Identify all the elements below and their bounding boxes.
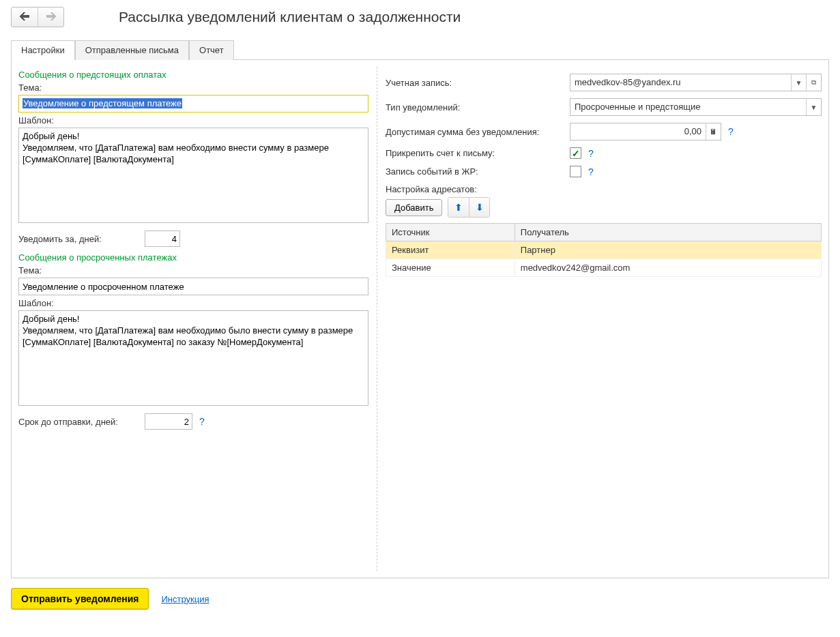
log-label: Запись событий в ЖР: <box>386 166 570 177</box>
attach-label: Прикрепить счет к письму: <box>386 148 570 158</box>
account-value: medvedkov-85@yandex.ru <box>570 74 791 91</box>
upcoming-template-textarea[interactable] <box>18 128 368 223</box>
cell-recipient: Партнер <box>515 241 821 259</box>
upcoming-subject-input[interactable]: Уведомление о предстоящем платеже <box>18 95 368 113</box>
log-checkbox[interactable] <box>570 166 581 177</box>
cell-source: Значение <box>386 259 515 277</box>
upcoming-section-title: Сообщения о предстоящих оплатах <box>18 70 368 80</box>
overdue-template-textarea[interactable] <box>18 310 368 406</box>
recipients-label: Настройка адресатов: <box>386 184 822 194</box>
type-value: Просроченные и предстоящие <box>570 99 806 115</box>
cell-source: Реквизит <box>386 241 515 259</box>
page-title: Рассылка уведомлений клиентам о задолжен… <box>119 9 461 25</box>
instruction-link[interactable]: Инструкция <box>161 594 209 604</box>
calculator-icon[interactable]: 🖩 <box>706 123 721 140</box>
account-label: Учетная запись: <box>386 78 570 88</box>
account-dropdown-icon[interactable]: ▼ <box>791 74 806 91</box>
log-help-icon[interactable]: ? <box>588 166 594 177</box>
table-row[interactable]: Значение medvedkov242@gmail.com <box>386 259 822 277</box>
tabs: Настройки Отправленные письма Отчет <box>11 40 829 60</box>
add-button[interactable]: Добавить <box>386 199 442 216</box>
overdue-template-label: Шаблон: <box>18 298 368 308</box>
move-up-button[interactable]: ⬆ <box>448 198 469 217</box>
account-open-icon[interactable]: ⧉ <box>806 74 821 91</box>
notify-days-input[interactable] <box>145 231 180 247</box>
attach-help-icon[interactable]: ? <box>588 148 594 159</box>
threshold-input[interactable]: 0,00 🖩 <box>570 123 721 140</box>
table-row[interactable]: Реквизит Партнер <box>386 241 822 259</box>
upcoming-template-label: Шаблон: <box>18 115 368 125</box>
selected-subject-text: Уведомление о предстоящем платеже <box>23 98 182 108</box>
send-days-input[interactable] <box>145 413 192 430</box>
back-button[interactable]: 🡰 <box>12 8 38 27</box>
tab-report[interactable]: Отчет <box>189 40 234 60</box>
upcoming-subject-label: Тема: <box>18 83 368 93</box>
send-days-label: Срок до отправки, дней: <box>18 417 145 427</box>
threshold-value: 0,00 <box>570 123 706 140</box>
overdue-subject-label: Тема: <box>18 265 368 276</box>
col-source[interactable]: Источник <box>386 224 515 241</box>
cell-recipient: medvedkov242@gmail.com <box>515 259 821 277</box>
overdue-subject-input[interactable] <box>18 278 368 295</box>
type-dropdown-icon[interactable]: ▼ <box>806 99 821 115</box>
col-recipient[interactable]: Получатель <box>515 224 821 241</box>
move-buttons: ⬆ ⬇ <box>448 197 490 218</box>
send-days-help-icon[interactable]: ? <box>199 416 205 427</box>
threshold-label: Допустимая сумма без уведомления: <box>386 127 570 137</box>
account-combo[interactable]: medvedkov-85@yandex.ru ▼ ⧉ <box>570 74 822 91</box>
tab-settings[interactable]: Настройки <box>11 40 75 60</box>
type-label: Тип уведомлений: <box>386 102 570 113</box>
overdue-section-title: Сообщения о просроченных платежах <box>18 252 368 263</box>
attach-checkbox[interactable]: ✓ <box>570 147 581 159</box>
move-down-button[interactable]: ⬇ <box>469 198 489 217</box>
tab-sent-letters[interactable]: Отправленные письма <box>75 40 189 60</box>
threshold-help-icon[interactable]: ? <box>728 126 734 137</box>
nav-button-group: 🡰 🡲 <box>11 7 64 27</box>
send-notifications-button[interactable]: Отправить уведомления <box>11 588 149 610</box>
recipients-table[interactable]: Источник Получатель Реквизит Партнер Зна… <box>386 223 822 277</box>
notify-days-label: Уведомить за, дней: <box>18 234 145 244</box>
type-combo[interactable]: Просроченные и предстоящие ▼ <box>570 98 822 116</box>
forward-button[interactable]: 🡲 <box>38 8 63 27</box>
